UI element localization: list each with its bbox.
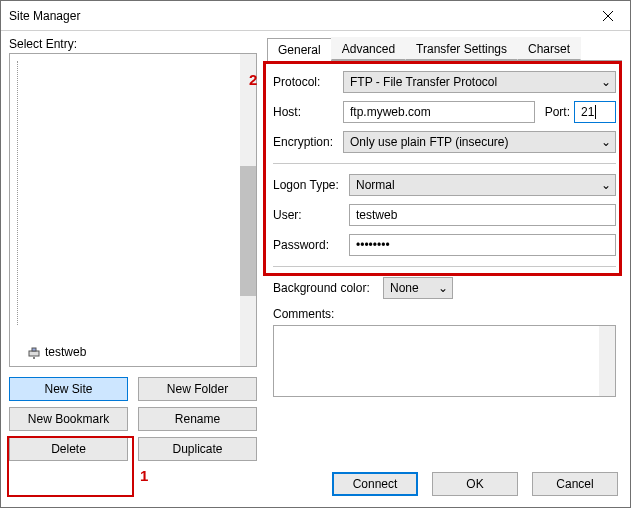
left-panel: Select Entry: testweb 1 (9, 37, 257, 461)
annotation-1: 1 (140, 467, 148, 484)
bgcolor-select[interactable]: None ⌄ (383, 277, 453, 299)
comments-textarea[interactable] (273, 325, 616, 397)
titlebar: Site Manager (1, 1, 630, 31)
comments-label: Comments: (273, 307, 616, 321)
cancel-button[interactable]: Cancel (532, 472, 618, 496)
ok-button[interactable]: OK (432, 472, 518, 496)
server-icon (27, 345, 41, 359)
select-entry-label: Select Entry: (9, 37, 257, 51)
annotation-2: 2 (249, 71, 257, 88)
annotation-box-2 (263, 61, 622, 276)
tabs: General Advanced Transfer Settings Chars… (267, 37, 622, 61)
comments-scrollbar[interactable] (599, 326, 615, 396)
tree-item-testweb[interactable]: testweb (27, 345, 86, 359)
window-title: Site Manager (9, 9, 80, 23)
new-site-button[interactable]: New Site (9, 377, 128, 401)
bgcolor-label: Background color: (273, 281, 383, 295)
entry-tree[interactable]: testweb (9, 53, 257, 367)
bgcolor-value: None (390, 281, 419, 295)
tree-scrollbar[interactable] (240, 54, 256, 366)
chevron-down-icon: ⌄ (434, 281, 452, 295)
svg-rect-2 (29, 351, 39, 356)
close-button[interactable] (585, 1, 630, 30)
tab-advanced[interactable]: Advanced (331, 37, 406, 60)
rename-button[interactable]: Rename (138, 407, 257, 431)
tree-lines (17, 61, 29, 325)
general-pane: 2 Protocol: FTP - File Transfer Protocol… (267, 61, 622, 461)
tab-charset[interactable]: Charset (517, 37, 581, 60)
new-folder-button[interactable]: New Folder (138, 377, 257, 401)
right-panel: General Advanced Transfer Settings Chars… (267, 37, 622, 461)
svg-point-4 (33, 357, 35, 359)
tab-transfer[interactable]: Transfer Settings (405, 37, 518, 60)
tab-general[interactable]: General (267, 38, 332, 61)
site-manager-window: Site Manager Select Entry: testweb (0, 0, 631, 508)
annotation-box-1 (7, 436, 134, 497)
close-icon (603, 11, 613, 21)
connect-button[interactable]: Connect (332, 472, 418, 496)
scroll-thumb[interactable] (240, 166, 256, 296)
duplicate-button[interactable]: Duplicate (138, 437, 257, 461)
new-bookmark-button[interactable]: New Bookmark (9, 407, 128, 431)
tree-item-label: testweb (45, 345, 86, 359)
svg-rect-3 (32, 348, 36, 351)
